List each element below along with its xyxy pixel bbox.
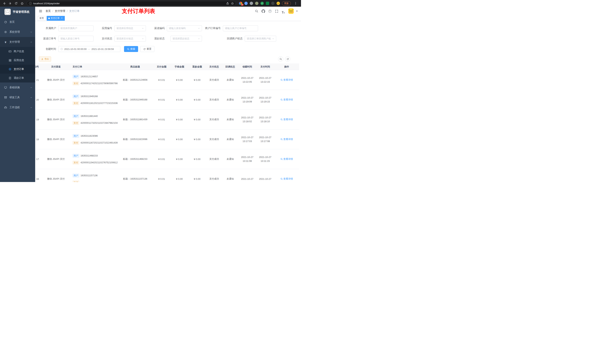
top-navbar: 首页 / 支付管理 / 支付订单 支付订单列表 ? xyxy=(35,7,301,16)
cell-fee: ¥ 0.00 xyxy=(171,79,188,81)
sidebar-item-label: 基础设施 xyxy=(10,86,20,89)
chevron-down-icon xyxy=(30,87,32,89)
view-detail-link[interactable]: 查看详情 xyxy=(280,138,293,141)
cell-actions: 查看详情 xyxy=(274,157,299,161)
browser-forward-icon[interactable] xyxy=(7,0,13,6)
cell-channel: 微信 JSAPI 支付 xyxy=(41,157,71,161)
browser-menu-icon[interactable] xyxy=(293,0,298,6)
refund-status-select[interactable]: 请选择退款状态 xyxy=(171,36,202,42)
help-icon[interactable]: ? xyxy=(267,8,273,14)
sidebar-item-infrastructure[interactable]: 基础设施 xyxy=(0,83,35,93)
filter-label-merchant: 所属商户 xyxy=(39,27,58,30)
page-content: 所属商户 请选择所属商户 应用编号 请选择应用信息 渠道编码 请输入渠道编码 xyxy=(35,21,301,182)
cell-notify: 未通知 xyxy=(222,138,238,141)
extension-icon-1[interactable]: 10 xyxy=(239,2,242,5)
sidebar-item-app-info[interactable]: 应用信息 xyxy=(0,56,35,65)
channel-code-select[interactable]: 请输入渠道编码 xyxy=(167,25,202,31)
merchant-order-no-input[interactable]: 请输入商户订单编号 xyxy=(223,25,258,31)
table-row: 17 微信 JSAPI 支付 商户 1635311468233 支付 42000… xyxy=(35,149,299,169)
browser-reload-icon[interactable] xyxy=(13,0,19,6)
dashboard-icon xyxy=(4,21,7,23)
tag-close-icon[interactable]: × xyxy=(61,17,63,20)
app-logo[interactable]: 芋道管理系统 xyxy=(0,7,35,17)
pay-status-select[interactable]: 请选择支付状态 xyxy=(114,36,146,42)
merchant-select-input[interactable]: 请选择所属商户 xyxy=(58,25,94,31)
extension-icon-2[interactable] xyxy=(244,2,248,5)
view-detail-link[interactable]: 查看详情 xyxy=(280,118,293,121)
filter-label-notify-status: 回调商户状态 xyxy=(223,37,245,40)
extension-icon-5[interactable]: ✓ xyxy=(260,2,264,5)
sidebar-item-refund-order[interactable]: 退款订单 xyxy=(0,74,35,83)
notify-status-select[interactable]: 请选择订单回调商户状态 xyxy=(245,36,276,42)
cell-title: 标题：1635311468233 xyxy=(118,157,153,161)
cell-status: 支付成功 xyxy=(206,98,222,101)
fullscreen-icon[interactable] xyxy=(274,8,279,14)
cell-pay-time: 2021-10-27 xyxy=(256,177,274,181)
col-header-pay-time: 支付时间 xyxy=(256,65,274,68)
sidebar-item-system[interactable]: 系统管理 xyxy=(0,27,35,37)
table-body: 21 微信 JSAPI 支付 商户 1635312124657 支付 42000… xyxy=(35,70,299,182)
cell-pay-order: 商户 1635311949168 支付 42000011812021102777… xyxy=(71,90,118,110)
sidebar-item-devtools[interactable]: 研发工具 xyxy=(0,93,35,103)
cell-refund: ¥ 0.00 xyxy=(188,79,206,81)
col-header-id: 编号 xyxy=(35,65,41,68)
cell-refund: ¥ 0.00 xyxy=(188,118,206,121)
user-avatar[interactable] xyxy=(288,8,294,14)
table-row: 21 微信 JSAPI 支付 商户 1635312124657 支付 42000… xyxy=(35,70,299,90)
chevron-down-icon xyxy=(142,38,144,40)
extension-icon-7[interactable] xyxy=(271,2,275,5)
create-time-range-picker[interactable]: 2021-10-01 00:00:00 - 2021-10-31 23:59:5… xyxy=(58,46,120,52)
extension-icon-8[interactable] xyxy=(277,2,280,5)
filter-label-channel-order-no: 渠道订单号 xyxy=(39,37,58,40)
address-bar[interactable]: i localhost:1024/pay/order xyxy=(27,1,236,6)
cell-create-time: 2021-10-27 xyxy=(238,177,256,181)
channel-order-no-input[interactable]: 请输入渠道订单号 xyxy=(58,36,94,42)
browser-update-button[interactable]: 更新 xyxy=(282,1,291,6)
header-search-icon[interactable] xyxy=(254,8,259,14)
chevron-down-icon xyxy=(30,31,32,33)
search-button[interactable]: 搜索 xyxy=(124,46,138,52)
share-icon[interactable] xyxy=(225,1,230,6)
export-button[interactable]: 导出 xyxy=(39,56,51,62)
pay-badge: 支付 xyxy=(73,101,79,105)
browser-home-icon[interactable] xyxy=(19,0,25,6)
browser-back-icon[interactable] xyxy=(1,0,7,6)
bookmark-star-icon[interactable] xyxy=(230,1,235,6)
avatar-dropdown-caret-icon[interactable] xyxy=(296,11,298,12)
view-detail-link[interactable]: 查看详情 xyxy=(280,157,293,161)
breadcrumb-payment[interactable]: 支付管理 xyxy=(55,10,65,13)
sidebar-item-merchant-info[interactable]: 商户信息 xyxy=(0,47,35,56)
view-detail-link[interactable]: 查看详情 xyxy=(280,98,293,101)
main-panel: 首页 / 支付管理 / 支付订单 支付订单列表 ? xyxy=(35,7,301,182)
site-info-icon[interactable]: i xyxy=(29,2,32,5)
tag-home[interactable]: 首页 xyxy=(38,16,45,21)
extension-icon-3[interactable] xyxy=(250,2,253,5)
view-detail-link[interactable]: 查看详情 xyxy=(280,78,293,82)
table-tools xyxy=(278,56,290,62)
sidebar-item-payment[interactable]: ¥ 支付管理 xyxy=(0,37,35,47)
sidebar-item-pay-order[interactable]: 支付订单 xyxy=(0,65,35,74)
col-header-notify: 回调状态 xyxy=(222,65,238,68)
chevron-down-icon xyxy=(142,27,144,29)
github-icon[interactable] xyxy=(260,8,266,14)
sidebar-item-workflow[interactable]: 工作流程 xyxy=(0,103,35,113)
reset-button[interactable]: 重置 xyxy=(140,46,154,52)
page-title-annotation: 支付订单列表 xyxy=(122,7,155,15)
font-size-icon[interactable]: TT xyxy=(280,8,286,14)
app-no-select[interactable]: 请选择应用信息 xyxy=(114,25,146,31)
merchant-badge: 商户 xyxy=(73,114,79,118)
col-header-refund: 退款金额 xyxy=(188,65,206,68)
extension-icon-6[interactable] xyxy=(266,2,269,5)
toggle-search-icon[interactable] xyxy=(278,56,283,62)
sidebar-item-home[interactable]: 首页 xyxy=(0,17,35,27)
view-detail-link[interactable]: 查看详情 xyxy=(280,177,293,180)
refresh-icon[interactable] xyxy=(285,56,290,62)
pay-order-no: 4200001167202110271022491439 xyxy=(81,141,118,144)
tag-pay-order[interactable]: 支付订单 × xyxy=(47,16,65,21)
col-header-status: 支付状态 xyxy=(206,65,222,68)
extension-icon-4[interactable] xyxy=(255,2,258,5)
merchant-order-no: 1635311157136 xyxy=(81,174,97,177)
breadcrumb-home[interactable]: 首页 xyxy=(45,10,51,13)
merchant-order-no: 1635311881440 xyxy=(81,115,98,117)
sidebar-toggle-icon[interactable] xyxy=(39,9,43,13)
